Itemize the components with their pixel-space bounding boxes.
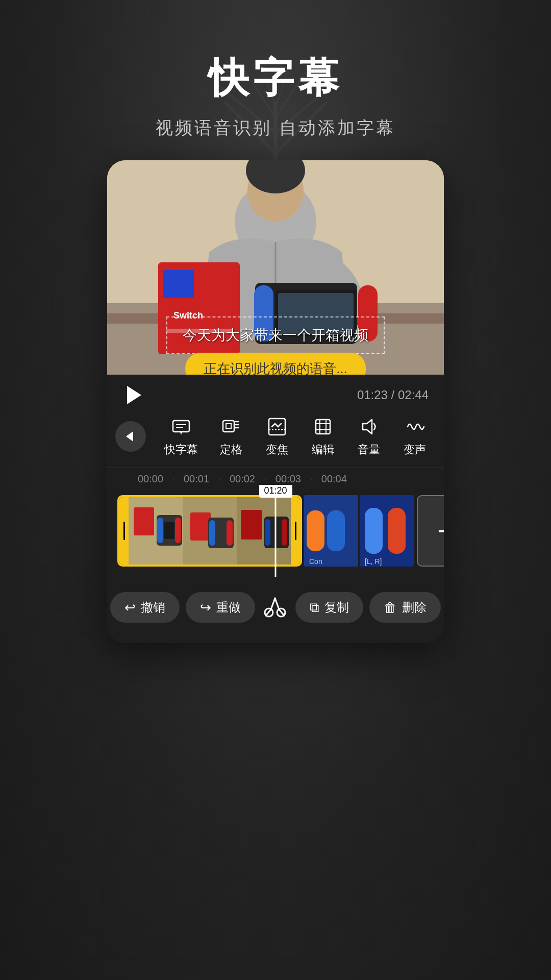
svg-line-73 bbox=[275, 598, 279, 609]
svg-rect-63 bbox=[307, 510, 324, 551]
copy-icon: ⧉ bbox=[310, 600, 319, 616]
video-area: Switch 今天为大家带来一个开箱视频 bbox=[107, 160, 444, 410]
tool-edit[interactable]: 编辑 bbox=[300, 415, 346, 457]
controls-bar: 01:23 / 02:44 bbox=[107, 375, 444, 410]
clip-handle-left[interactable] bbox=[119, 497, 129, 565]
playhead-line: 01:20 bbox=[275, 485, 277, 577]
undo-label: 撤销 bbox=[141, 599, 165, 616]
svg-rect-64 bbox=[327, 510, 345, 551]
back-chevron-icon bbox=[126, 431, 133, 442]
svg-text:[L, R]: [L, R] bbox=[365, 557, 382, 566]
zoom-icon bbox=[266, 415, 288, 438]
playhead-time: 01:20 bbox=[259, 485, 292, 498]
svg-text:Con: Con bbox=[309, 557, 322, 566]
volume-icon bbox=[358, 415, 380, 438]
voice-label: 变声 bbox=[404, 442, 426, 457]
tool-volume[interactable]: 音量 bbox=[346, 415, 392, 457]
svg-rect-67 bbox=[365, 508, 383, 554]
tool-freeze[interactable]: 定格 bbox=[208, 415, 254, 457]
svg-rect-61 bbox=[282, 519, 287, 546]
ruler-mark-0: 00:00 bbox=[138, 473, 163, 485]
clip-frame-1 bbox=[129, 497, 183, 565]
clip-frame-blue-2: [L, R] bbox=[360, 495, 414, 567]
clips-after: Con [L, R] bbox=[304, 495, 414, 567]
svg-rect-41 bbox=[316, 420, 330, 434]
redo-icon: ↪ bbox=[200, 600, 211, 616]
freeze-label: 定格 bbox=[220, 442, 242, 457]
volume-label: 音量 bbox=[358, 442, 380, 457]
sub-title: 视频语音识别 自动添加字幕 bbox=[156, 116, 395, 140]
back-button[interactable] bbox=[115, 421, 146, 452]
svg-rect-55 bbox=[209, 520, 215, 546]
ruler-mark-4: 00:04 bbox=[321, 473, 347, 485]
plus-icon: + bbox=[437, 516, 444, 546]
redo-button[interactable]: ↪ 重做 bbox=[186, 592, 255, 623]
clip-frame-3 bbox=[237, 497, 291, 565]
subtitle-box: 今天为大家带来一个开箱视频 bbox=[166, 316, 385, 354]
captions-icon bbox=[170, 415, 192, 438]
svg-line-72 bbox=[271, 598, 275, 609]
copy-label: 复制 bbox=[324, 599, 349, 616]
svg-line-74 bbox=[266, 609, 271, 616]
svg-rect-22 bbox=[163, 270, 194, 298]
redo-label: 重做 bbox=[216, 599, 241, 616]
svg-rect-23 bbox=[196, 270, 227, 298]
copy-button[interactable]: ⧉ 复制 bbox=[295, 592, 363, 623]
clip-frame-blue-1: Con bbox=[304, 495, 358, 567]
freeze-icon bbox=[220, 415, 242, 438]
undo-button[interactable]: ↩ 撤销 bbox=[110, 592, 180, 623]
cut-button[interactable] bbox=[261, 593, 289, 622]
voice-icon bbox=[404, 415, 426, 438]
scissors-icon bbox=[261, 593, 289, 622]
svg-rect-35 bbox=[226, 424, 231, 429]
add-clip-button[interactable]: + bbox=[417, 495, 444, 567]
tool-captions[interactable]: 快字幕 bbox=[154, 415, 208, 457]
svg-rect-51 bbox=[164, 522, 174, 539]
recognition-text: 正在识别此视频的语音... bbox=[204, 361, 347, 375]
svg-rect-60 bbox=[265, 519, 270, 546]
captions-label: 快字幕 bbox=[164, 442, 198, 457]
edit-label: 编辑 bbox=[312, 442, 334, 457]
delete-label: 删除 bbox=[402, 599, 427, 616]
svg-line-75 bbox=[279, 609, 284, 616]
svg-rect-47 bbox=[134, 507, 154, 535]
tool-bar: 快字幕 定格 bbox=[107, 410, 444, 468]
zoom-label: 变焦 bbox=[266, 442, 288, 457]
svg-rect-53 bbox=[190, 512, 211, 541]
ruler-mark-1: 00:01 bbox=[184, 473, 209, 485]
svg-rect-68 bbox=[388, 508, 406, 554]
video-thumbnail: Switch 今天为大家带来一个开箱视频 bbox=[107, 160, 444, 375]
content-wrapper: 快字幕 视频语音识别 自动添加字幕 bbox=[0, 0, 551, 980]
ruler-mark-2: 00:02 bbox=[230, 473, 255, 485]
timeline-track[interactable]: 01:20 bbox=[107, 485, 444, 577]
play-button[interactable] bbox=[122, 385, 143, 405]
edit-icon bbox=[312, 415, 334, 438]
svg-rect-31 bbox=[173, 421, 189, 432]
phone-mockup: Switch 今天为大家带来一个开箱视频 bbox=[107, 160, 444, 643]
recognition-badge: 正在识别此视频的语音... bbox=[185, 353, 366, 375]
main-title: 快字幕 bbox=[156, 51, 395, 106]
delete-button[interactable]: 🗑 删除 bbox=[369, 592, 441, 623]
undo-icon: ↩ bbox=[124, 600, 136, 616]
clip-handle-right[interactable] bbox=[291, 497, 300, 565]
svg-rect-56 bbox=[227, 520, 233, 546]
header-section: 快字幕 视频语音识别 自动添加字幕 bbox=[156, 0, 395, 160]
svg-rect-58 bbox=[241, 510, 262, 540]
play-icon bbox=[127, 386, 141, 404]
timeline-ruler: 00:00 · 00:01 · 00:02 · 00:03 · 00:04 bbox=[107, 473, 444, 485]
timeline-area: 00:00 · 00:01 · 00:02 · 00:03 · 00:04 01… bbox=[107, 468, 444, 582]
svg-rect-34 bbox=[223, 421, 234, 432]
tool-zoom[interactable]: 变焦 bbox=[254, 415, 300, 457]
svg-rect-49 bbox=[157, 518, 163, 543]
tool-voice[interactable]: 变声 bbox=[392, 415, 438, 457]
ruler-mark-3: 00:03 bbox=[276, 473, 301, 485]
time-display: 01:23 / 02:44 bbox=[357, 388, 429, 402]
delete-icon: 🗑 bbox=[384, 600, 397, 616]
clip-frame-2 bbox=[183, 497, 237, 565]
subtitle-text: 今天为大家带来一个开箱视频 bbox=[183, 327, 368, 343]
tools-list: 快字幕 定格 bbox=[154, 415, 438, 457]
bottom-actions: ↩ 撤销 ↪ 重做 ⧉ 复制 bbox=[107, 582, 444, 643]
svg-rect-50 bbox=[175, 518, 181, 543]
